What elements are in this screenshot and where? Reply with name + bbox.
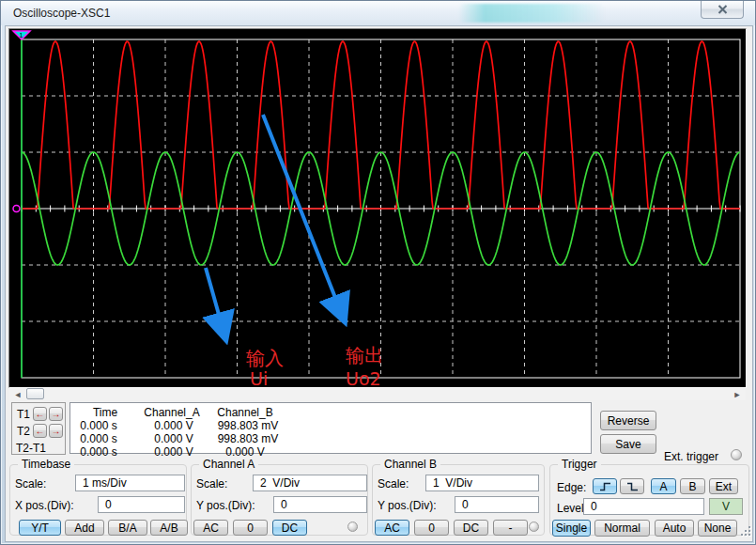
cursor-diff-label: T2-T1 <box>16 442 46 455</box>
trigger-auto-button[interactable]: Auto <box>655 520 694 537</box>
timebase-scale-input[interactable]: 1 ms/Div <box>75 475 185 491</box>
trigger-level-input[interactable]: 0 <box>583 498 704 515</box>
save-button[interactable]: Save <box>600 434 656 454</box>
channel-a-zero-button[interactable]: 0 <box>233 520 268 536</box>
col-header-channel-b: Channel_B <box>217 406 272 419</box>
timebase-ba-button[interactable]: B/A <box>108 520 147 536</box>
t2-left-button[interactable]: ← <box>33 424 47 438</box>
t2-channel-b: 998.803 mV <box>218 432 279 445</box>
trigger-group: Trigger Edge: A B Ext Level: 0 V Single … <box>549 464 749 536</box>
t1-right-button[interactable]: → <box>49 407 63 421</box>
channel-a-title: Channel A <box>199 458 258 471</box>
channel-a-dc-button[interactable]: DC <box>272 520 307 536</box>
reverse-button[interactable]: Reverse <box>600 411 656 430</box>
trigger-edge-label: Edge: <box>557 481 586 494</box>
arrow-left-icon: ← <box>36 426 45 436</box>
channel-b-ypos-label: Y pos.(Div): <box>378 499 436 512</box>
window-title: Oscilloscope-XSC1 <box>13 7 110 20</box>
cursor-t2-label: T2 <box>17 425 30 438</box>
channel-a-scale-input[interactable]: 2 V/Div <box>253 475 367 491</box>
trigger-rising-edge-button[interactable] <box>593 478 617 494</box>
dialog-body: 1 输入 Ui 输出 Uo2 ◄ ► T1 ← → T2 <box>5 25 753 542</box>
t1-channel-b: 998.803 mV <box>218 419 279 432</box>
channel-b-ac-button[interactable]: AC <box>375 520 409 536</box>
scroll-thumb[interactable] <box>26 388 44 399</box>
trigger-single-button[interactable]: Single <box>552 520 591 537</box>
channel-b-scale-label: Scale: <box>378 477 409 490</box>
scroll-right-icon[interactable]: ► <box>731 388 744 400</box>
axis-origin-marker-icon[interactable] <box>13 206 20 212</box>
trigger-source-a-button[interactable]: A <box>651 478 676 494</box>
annotation-input-symbol: Ui <box>250 368 268 387</box>
t1-time: 0.000 s <box>80 419 116 432</box>
channel-b-dc-button[interactable]: DC <box>454 520 488 536</box>
col-header-time: Time <box>93 406 117 419</box>
channel-b-ypos-input[interactable]: 0 <box>455 496 539 513</box>
t2-channel-a: 0.000 V <box>154 432 193 445</box>
annotation-output-label: 输出 <box>346 344 383 366</box>
cursor1-number: 1 <box>20 32 23 39</box>
annotation-output-symbol: Uo2 <box>346 368 381 387</box>
t1-channel-a: 0.000 V <box>154 419 193 432</box>
timebase-scale-label: Scale: <box>15 477 46 490</box>
channel-b-scale-input[interactable]: 1 V/Div <box>425 475 539 491</box>
trigger-source-b-button[interactable]: B <box>680 478 705 494</box>
trigger-normal-button[interactable]: Normal <box>594 520 650 537</box>
timebase-group: Timebase Scale: 1 ms/Div X pos.(Div): 0 … <box>9 464 187 536</box>
trigger-title: Trigger <box>558 458 601 471</box>
oscilloscope-window: Oscilloscope-XSC1 1 <box>0 0 756 545</box>
close-button[interactable] <box>701 1 744 19</box>
channel-a-terminal-icon[interactable] <box>347 522 358 532</box>
scope-graticule: 1 输入 Ui 输出 Uo2 <box>9 29 746 387</box>
cursor-t1-label: T1 <box>17 408 30 421</box>
t1-left-button[interactable]: ← <box>33 407 47 421</box>
falling-edge-icon <box>626 481 639 492</box>
timebase-yt-button[interactable]: Y/T <box>19 520 61 536</box>
ext-trigger-terminal-icon[interactable] <box>731 449 742 460</box>
channel-a-scale-label: Scale: <box>196 477 227 490</box>
trigger-source-ext-button[interactable]: Ext <box>709 478 738 494</box>
scope-display[interactable]: 1 输入 Ui 输出 Uo2 <box>8 28 747 388</box>
background-window-bleed <box>458 4 605 23</box>
diff-channel-a: 0.000 V <box>154 445 193 459</box>
annotation-arrow-input <box>206 268 224 335</box>
measurement-table: Time Channel_A Channel_B 0.000 s 0.000 V… <box>69 402 592 454</box>
trigger-none-button[interactable]: None <box>698 520 737 537</box>
annotation-arrow-output <box>263 115 343 317</box>
channel-b-zero-button[interactable]: 0 <box>414 520 449 536</box>
timebase-ab-button[interactable]: A/B <box>150 520 188 536</box>
diff-channel-b: 0.000 V <box>225 445 264 459</box>
rising-edge-icon <box>599 481 611 492</box>
arrow-right-icon: → <box>52 426 61 436</box>
channel-a-ypos-input[interactable]: 0 <box>273 496 367 513</box>
timebase-xpos-input[interactable]: 0 <box>98 496 185 513</box>
scroll-left-icon[interactable]: ◄ <box>11 388 24 400</box>
diff-time: 0.000 s <box>80 445 116 459</box>
cursor-control-box: T1 ← → T2 ← → T2-T1 <box>11 402 66 455</box>
timebase-add-button[interactable]: Add <box>65 520 104 536</box>
arrow-left-icon: ← <box>36 409 45 419</box>
annotation-input-label: 输入 <box>246 347 284 369</box>
channel-b-group: Channel B Scale: 1 V/Div Y pos.(Div): 0 … <box>372 464 545 536</box>
timebase-xpos-label: X pos.(Div): <box>15 499 74 512</box>
channel-a-group: Channel A Scale: 2 V/Div Y pos.(Div): 0 … <box>191 464 368 536</box>
trigger-level-unit-select[interactable]: V <box>709 498 743 515</box>
timebase-title: Timebase <box>18 458 74 471</box>
col-header-channel-a: Channel_A <box>144 406 199 419</box>
channel-b-invert-button[interactable]: - <box>493 520 528 536</box>
channel-b-title: Channel B <box>380 458 440 471</box>
channel-b-terminal-icon[interactable] <box>529 522 539 532</box>
trigger-falling-edge-button[interactable] <box>620 478 644 494</box>
t2-time: 0.000 s <box>80 432 116 445</box>
channel-a-ypos-label: Y pos.(Div): <box>196 499 255 512</box>
arrow-right-icon: → <box>52 409 61 419</box>
ext-trigger-label: Ext. trigger <box>664 450 718 463</box>
t2-right-button[interactable]: → <box>49 424 63 438</box>
title-bar[interactable]: Oscilloscope-XSC1 <box>1 1 755 25</box>
channel-a-ac-button[interactable]: AC <box>193 520 228 536</box>
resize-grip[interactable] <box>740 525 753 538</box>
scope-hscrollbar[interactable]: ◄ ► <box>9 388 746 400</box>
close-icon <box>717 5 728 14</box>
